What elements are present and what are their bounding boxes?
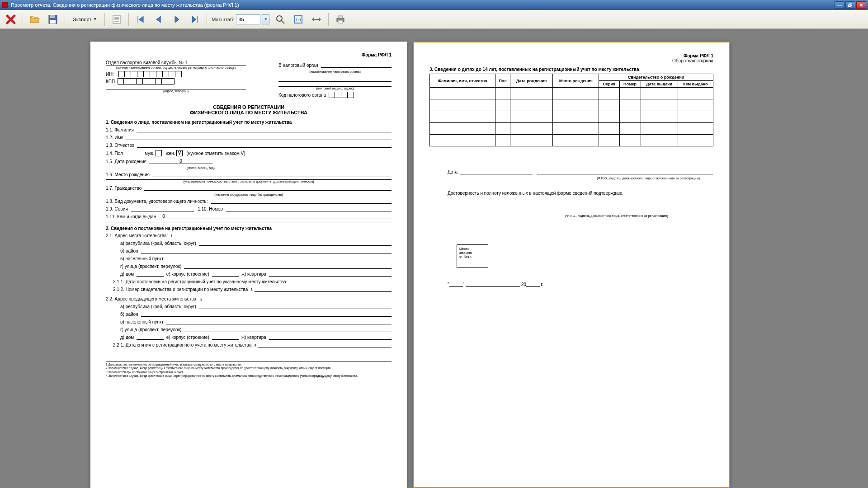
addr-a: а) республика (край, область, округ) — [120, 241, 196, 246]
printer-icon — [335, 14, 346, 25]
th-dob: Дата рождения — [510, 74, 552, 88]
window-title: Просмотр отчета. Сведения о регистрации … — [11, 2, 835, 8]
svg-line-9 — [282, 21, 284, 23]
svg-rect-3 — [113, 15, 120, 23]
nav-next-icon — [172, 15, 181, 24]
stamp-1: Место — [459, 247, 486, 251]
tax-code-cells — [329, 92, 354, 98]
table-row — [430, 99, 713, 111]
table-row — [430, 111, 713, 123]
save-button[interactable] — [46, 12, 60, 27]
footnote-1: 1 Для лица, поставленного на регистрацио… — [106, 363, 392, 366]
export-label: Экспорт — [73, 17, 91, 22]
zoom-width-button[interactable] — [309, 12, 324, 27]
dropdown-arrow-icon: ▼ — [93, 17, 97, 21]
field-1-3: 1.3. Отчество — [106, 143, 134, 148]
reverse-side: Оборотная сторона — [429, 58, 713, 63]
zoom-input[interactable] — [236, 14, 260, 24]
th-pob: Место рождения — [553, 74, 599, 88]
report-page-1: Форма РФЛ 1 Отдел паспортно-визовой служ… — [90, 42, 407, 488]
inn-label: ИНН — [106, 72, 116, 77]
first-page-button[interactable] — [133, 12, 148, 27]
section-2: 2. Сведения о постановке на регистрацион… — [106, 226, 392, 231]
stamp-3: Ф. №16 — [459, 255, 486, 259]
footnote-3: 3 Заполняется при постановке на регистра… — [106, 371, 392, 374]
addr2-g: г) улица (проспект, переулок) — [120, 327, 181, 332]
field-1-8: 1.8. Вид документа, удостоверяющего личн… — [106, 199, 208, 204]
postal-note: (почтовый индекс, адрес) — [278, 87, 392, 90]
stamp-2: штампа — [459, 251, 486, 255]
field-2-1: 2.1. Адрес места жительства: — [106, 233, 168, 238]
form-title-2: ФИЗИЧЕСКОГО ЛИЦА ПО МЕСТУ ЖИТЕЛЬСТВА — [106, 110, 392, 115]
fit-page-icon: 1:1 — [293, 14, 303, 24]
nav-last-icon — [190, 15, 199, 24]
zoom-fit-button[interactable]: 1:1 — [291, 12, 306, 27]
field-1-5: 1.5. Дата рождения — [106, 159, 146, 164]
field-1-6: 1.6. Место рождения — [106, 172, 150, 177]
minimize-button[interactable]: — — [835, 1, 844, 9]
kpp-label: КПП — [106, 79, 115, 84]
th-issue-date: Дата выдачи — [641, 81, 678, 88]
stamp-box: Место штампа Ф. №16 — [457, 244, 488, 268]
f111-value: 0 — [159, 214, 392, 219]
next-page-button[interactable] — [170, 12, 184, 27]
sup-2: 2 — [200, 297, 203, 301]
quote-close: " — [463, 282, 465, 287]
field-1-7: 1.7. Гражданство — [106, 186, 142, 191]
zoom-dropdown-button[interactable]: ▼ — [262, 14, 269, 24]
field-1-11: 1.11. Кем и когда выдан — [106, 214, 156, 219]
last-page-button[interactable] — [188, 12, 202, 27]
maximize-button[interactable]: 🗗 — [845, 1, 855, 9]
section-1: 1. Сведения о лице, поставленном на реги… — [106, 120, 392, 125]
field-1-10: 1.10. Номер — [198, 206, 223, 211]
floppy-disk-icon — [47, 14, 58, 25]
svg-point-8 — [277, 16, 282, 21]
addr2-b: б) район — [120, 312, 138, 317]
date-label: Дата — [448, 169, 458, 174]
page-lines-icon — [111, 14, 122, 25]
svg-rect-1 — [50, 15, 55, 18]
nav-prev-icon — [154, 15, 163, 24]
addr-d: д) дом — [120, 272, 134, 277]
table-row — [430, 88, 713, 99]
fit-width-icon — [311, 14, 321, 24]
f16-note: (указывается в точном соответствии с зап… — [106, 180, 392, 183]
field-1-2: 1.2. Имя — [106, 135, 123, 140]
field-1-9: 1.9. Серия — [106, 206, 128, 211]
close-report-button[interactable] — [4, 12, 18, 27]
page-settings-button[interactable] — [109, 12, 124, 27]
tax-auth-note: (наименование налогового органа) — [278, 70, 392, 73]
report-workspace[interactable]: Форма РФЛ 1 Отдел паспортно-визовой служ… — [0, 29, 868, 488]
th-issued-by: Кем выдано — [678, 81, 713, 88]
open-button[interactable] — [28, 12, 42, 27]
dept-note: (полное наименование органа, осуществивш… — [106, 66, 246, 69]
zoom-tool-button[interactable] — [273, 12, 288, 27]
sig-note-1: (Ф.И.О., подпись должностного лица, отве… — [429, 177, 700, 180]
prev-page-button[interactable] — [151, 12, 166, 27]
field-2-1-2: 2.1.2. Номер свидетельства о регистрации… — [113, 287, 248, 292]
report-page-2[interactable]: Форма РФЛ 1 Оборотная сторона 3. Сведени… — [413, 42, 730, 488]
print-button[interactable] — [333, 12, 348, 27]
field-1-4: 1.4. Пол — [106, 151, 142, 156]
male-checkbox — [156, 150, 162, 156]
tax-code-label: Код налогового органа — [278, 93, 326, 98]
th-sex: Пол — [495, 74, 510, 88]
form-title-1: СВЕДЕНИЯ О РЕГИСТРАЦИИ — [106, 104, 392, 110]
field-2-1-1: 2.1.1. Дата постановки на регистрационны… — [113, 279, 286, 284]
field-1-1: 1.1. Фамилия — [106, 127, 134, 132]
year-20: 20 — [521, 282, 526, 287]
export-dropdown[interactable]: Экспорт ▼ — [70, 14, 100, 24]
nav-first-icon — [136, 15, 145, 24]
section-3: 3. Сведения о детях до 14 лет, поставлен… — [429, 67, 713, 72]
addr-e: е) корпус (строение) — [166, 272, 209, 277]
addr-zh: ж) квартира — [241, 272, 266, 277]
sup-4: 4 — [254, 343, 256, 347]
close-button[interactable]: ✕ — [856, 1, 866, 9]
field-2-2: 2.2. Адрес предыдущего места жительства: — [106, 296, 198, 301]
th-cert: Свидетельство о рождении — [599, 74, 713, 81]
table-row — [430, 135, 713, 146]
window-titlebar: Просмотр отчета. Сведения о регистрации … — [0, 0, 868, 10]
form-code: Форма РФЛ 1 — [106, 52, 392, 57]
addr-b: б) район — [120, 249, 138, 253]
sig-note-2: (Ф.И.О., подпись должностного лица, отве… — [520, 214, 713, 217]
